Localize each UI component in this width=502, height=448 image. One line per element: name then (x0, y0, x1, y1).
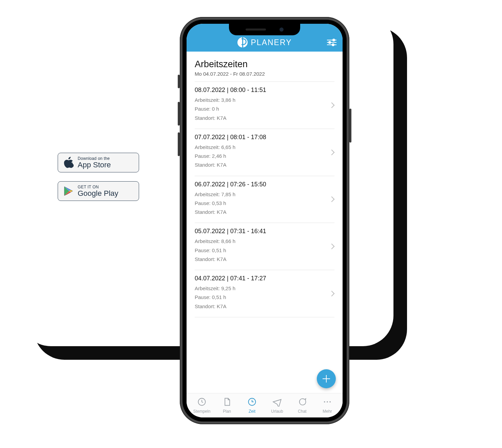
chat-icon (297, 397, 307, 408)
entry-pause: Pause: 2,46 h (195, 152, 334, 161)
entry-list: 08.07.2022 | 08:00 - 11:51Arbeitszeit: 3… (195, 82, 334, 317)
page-subtitle: Mo 04.07.2022 - Fr 08.07.2022 (195, 71, 334, 77)
entry-title: 06.07.2022 | 07:26 - 15:50 (195, 181, 334, 188)
time-entry[interactable]: 04.07.2022 | 07:41 - 17:27Arbeitszeit: 9… (195, 270, 334, 317)
entry-title: 05.07.2022 | 07:31 - 16:41 (195, 228, 334, 235)
entry-title: 04.07.2022 | 07:41 - 17:27 (195, 275, 334, 282)
entry-work: Arbeitszeit: 7,85 h (195, 190, 334, 199)
svg-point-9 (327, 401, 328, 403)
entry-work: Arbeitszeit: 6,65 h (195, 143, 334, 152)
entry-work: Arbeitszeit: 3,86 h (195, 96, 334, 105)
appstore-big-text: App Store (78, 161, 111, 169)
time-entry[interactable]: 06.07.2022 | 07:26 - 15:50Arbeitszeit: 7… (195, 176, 334, 223)
speaker-icon (246, 29, 266, 31)
entry-pause: Pause: 0,51 h (195, 246, 334, 255)
camera-icon (279, 27, 284, 32)
brand-name: PLANERY (251, 38, 292, 47)
entry-location: Standort: K7A (195, 302, 334, 311)
entry-location: Standort: K7A (195, 161, 334, 169)
svg-point-3 (333, 39, 335, 41)
clock-icon (247, 397, 257, 408)
brand: PLANERY (237, 37, 292, 48)
appstore-small-text: Download on the (78, 156, 111, 161)
entry-pause: Pause: 0 h (195, 105, 334, 113)
phone-notch (229, 24, 300, 35)
time-entry[interactable]: 07.07.2022 | 08:01 - 17:08Arbeitszeit: 6… (195, 129, 334, 176)
entry-title: 08.07.2022 | 08:00 - 11:51 (195, 87, 334, 94)
tab-urlaub[interactable]: Urlaub (265, 397, 289, 414)
entry-location: Standort: K7A (195, 255, 334, 264)
store-badges: Download on the App Store GET IT ON Goog… (58, 153, 139, 210)
page-title: Arbeitszeiten (195, 59, 334, 70)
svg-point-4 (329, 41, 331, 43)
airplane-icon (272, 397, 282, 408)
add-entry-button[interactable] (317, 369, 336, 388)
entry-location: Standort: K7A (195, 208, 334, 217)
tab-zeit[interactable]: Zeit (240, 397, 264, 414)
appstore-text: Download on the App Store (78, 156, 111, 169)
tab-bar: StempelnPlanZeitUrlaubChatMehr (187, 393, 343, 417)
tab-stempeln[interactable]: Stempeln (190, 397, 214, 414)
svg-point-5 (332, 44, 334, 46)
tab-label: Stempeln (193, 409, 211, 414)
tab-label: Plan (223, 409, 231, 414)
googleplay-text: GET IT ON Google Play (78, 185, 118, 197)
planery-logo-icon (237, 37, 248, 48)
tab-label: Mehr (323, 409, 332, 414)
tab-label: Zeit (249, 409, 255, 414)
tab-label: Chat (298, 409, 306, 414)
entry-work: Arbeitszeit: 8,66 h (195, 237, 334, 246)
apple-icon (63, 156, 74, 169)
phone-screen: PLANERY Arbeitszeiten Mo 04.07.2022 - Fr… (187, 24, 343, 417)
googleplay-badge[interactable]: GET IT ON Google Play (58, 181, 139, 201)
tab-label: Urlaub (271, 409, 283, 414)
googleplay-icon (63, 185, 74, 197)
time-entry[interactable]: 05.07.2022 | 07:31 - 16:41Arbeitszeit: 8… (195, 223, 334, 270)
svg-point-10 (329, 401, 331, 403)
tab-plan[interactable]: Plan (215, 397, 239, 414)
phone-frame: PLANERY Arbeitszeiten Mo 04.07.2022 - Fr… (180, 17, 349, 424)
entry-location: Standort: K7A (195, 114, 334, 123)
more-icon (323, 397, 332, 408)
stopwatch-icon (197, 397, 207, 408)
entry-work: Arbeitszeit: 9,25 h (195, 284, 334, 293)
tab-mehr[interactable]: Mehr (315, 397, 339, 414)
googleplay-big-text: Google Play (78, 189, 118, 197)
entry-title: 07.07.2022 | 08:01 - 17:08 (195, 134, 334, 141)
sliders-icon (327, 39, 336, 46)
googleplay-small-text: GET IT ON (78, 185, 118, 189)
power-button (349, 109, 351, 143)
svg-point-8 (324, 401, 325, 403)
document-icon (222, 397, 232, 408)
entry-pause: Pause: 0,53 h (195, 199, 334, 208)
appstore-badge[interactable]: Download on the App Store (58, 153, 139, 172)
tab-chat[interactable]: Chat (290, 397, 314, 414)
time-entry[interactable]: 08.07.2022 | 08:00 - 11:51Arbeitszeit: 3… (195, 82, 334, 129)
entry-pause: Pause: 0,51 h (195, 293, 334, 302)
filter-button[interactable] (327, 39, 336, 46)
content-area: Arbeitszeiten Mo 04.07.2022 - Fr 08.07.2… (187, 52, 343, 393)
